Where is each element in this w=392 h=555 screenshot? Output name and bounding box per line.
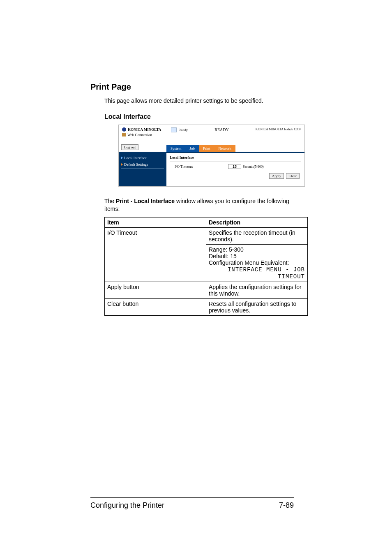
table-header-row: Item Description — [105, 217, 308, 227]
intro-paragraph: This page allows more detailed printer s… — [104, 97, 302, 104]
triangle-icon — [121, 163, 123, 166]
logout-button[interactable]: Log out — [121, 144, 138, 150]
subheading-local-interface: Local Interface — [104, 113, 302, 120]
clear-button[interactable]: Clear — [286, 173, 300, 179]
cfg-label: Configuration Menu Equivalent: — [209, 259, 289, 266]
apply-button[interactable]: Apply — [269, 173, 284, 179]
footer-right: 7-89 — [279, 501, 294, 510]
panel-title: Local Interface — [170, 155, 301, 162]
device-name: KONICA MINOLTA bizhub C35P — [256, 127, 301, 131]
pagescope-icon — [122, 133, 126, 136]
footer-left: Configuring the Printer — [90, 501, 164, 510]
io-timeout-input[interactable] — [228, 164, 241, 169]
config-bold: Print - Local Interface — [116, 198, 175, 204]
cell-clear-desc: Resets all configuration settings to pre… — [206, 298, 308, 315]
config-paragraph: The Print - Local Interface window allow… — [104, 197, 302, 213]
io-timeout-hint: Seconds(5-300) — [243, 165, 264, 169]
status-label: Ready — [178, 128, 188, 132]
triangle-icon — [121, 157, 123, 159]
table-row: Apply button Applies the configuration s… — [105, 282, 308, 298]
cfg-value: INTERFACE MENU - JOB TIMEOUT — [228, 266, 305, 280]
sidebar-local-interface-label: Local Interface — [124, 156, 147, 160]
header-item: Item — [105, 217, 206, 227]
tab-print[interactable]: Print — [199, 145, 214, 152]
header-description: Description — [206, 217, 308, 227]
brand-sub: Web Connection — [127, 133, 152, 137]
range-text: Range: 5-300 — [209, 246, 244, 253]
cell-clear-item: Clear button — [105, 298, 206, 315]
cell-io-timeout-item: I/O Timeout — [105, 227, 206, 282]
sidebar-item-default-settings[interactable]: Default Settings — [121, 161, 164, 168]
konica-globe-icon — [122, 127, 126, 132]
sidebar-divider — [121, 169, 164, 169]
config-prefix: The — [104, 198, 116, 204]
tab-network[interactable]: Network — [214, 145, 236, 152]
printer-icon — [171, 127, 177, 132]
page-footer: Configuring the Printer 7-89 — [90, 497, 294, 510]
sidebar-default-settings-label: Default Settings — [124, 162, 148, 166]
default-text: Default: 15 — [209, 253, 237, 259]
tab-system[interactable]: System — [166, 145, 186, 152]
cell-io-timeout-desc1: Specifies the reception timeout (in seco… — [206, 227, 308, 244]
cell-apply-desc: Applies the configuration settings for t… — [206, 282, 308, 298]
cell-apply-item: Apply button — [105, 282, 206, 298]
cell-io-timeout-desc2: Range: 5-300 Default: 15 Configuration M… — [206, 244, 308, 282]
table-row: I/O Timeout Specifies the reception time… — [105, 227, 308, 244]
brand-name: KONICA MINOLTA — [128, 127, 161, 132]
web-connection-screenshot: KONICA MINOLTA Web Connection Ready READ… — [118, 125, 305, 187]
section-title: Print Page — [90, 82, 302, 92]
ready-text: READY — [188, 127, 255, 132]
table-row: Clear button Resets all configuration se… — [105, 298, 308, 315]
tab-job[interactable]: Job — [186, 145, 199, 152]
description-table: Item Description I/O Timeout Specifies t… — [104, 217, 308, 316]
io-timeout-label: I/O Timeout — [175, 164, 228, 169]
sidebar-item-local-interface[interactable]: Local Interface — [121, 155, 164, 161]
